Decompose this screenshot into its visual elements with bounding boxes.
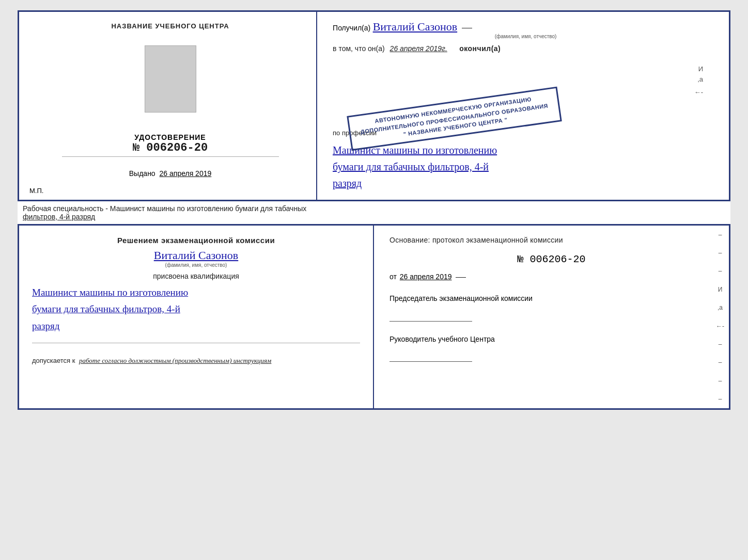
basis-label: Основание: протокол экзаменационной коми… [389, 236, 713, 244]
finished-label: окончил(а) [459, 44, 501, 53]
received-prefix: Получил(а) [333, 24, 370, 32]
arrow-decoration: ←- [694, 88, 703, 96]
top-certificate: НАЗВАНИЕ УЧЕБНОГО ЦЕНТРА УДОСТОВЕРЕНИЕ №… [18, 10, 730, 201]
separator [62, 156, 279, 157]
person-name: Виталий Сазонов [32, 249, 360, 262]
label-bar-underline: фильтров, 4-й разряд [23, 213, 95, 221]
photo-placeholder [145, 45, 196, 113]
director-label: Руководитель учебного Центра [389, 334, 713, 345]
protocol-date: от 26 апреля 2019 [389, 273, 713, 281]
person-name-area: Виталий Сазонов (фамилия, имя, отчество) [32, 249, 360, 268]
label-bar-normal: Рабочая специальность - Машинист машины … [23, 204, 306, 213]
date-value: 26 апреля 2019 [400, 273, 452, 281]
deco-a: ,а [718, 304, 723, 311]
profession-line3: разряд [333, 175, 719, 191]
chairman-label: Председатель экзаменационной комиссии [389, 294, 713, 304]
date-prefix: от [389, 273, 397, 281]
a-decoration: ,а [697, 75, 703, 83]
qual-line1: Машинист машины по изготовлению [32, 284, 360, 301]
deco-1: – [719, 231, 722, 238]
recipient-name: Виталий Сазонов [373, 20, 457, 33]
qualification-text: Машинист машины по изготовлению бумаги д… [32, 284, 360, 334]
profession-text: Машинист машины по изготовлению бумаги д… [333, 142, 719, 191]
fio-subtitle-bottom: (фамилия, имя, отчество) [32, 262, 360, 268]
in-that-line: в том, что он(а) 26 апреля 2019г. окончи… [333, 44, 719, 53]
issued-label: Выдано [129, 169, 155, 178]
training-center-title: НАЗВАНИЕ УЧЕБНОГО ЦЕНТРА [111, 22, 229, 30]
document-label: УДОСТОВЕРЕНИЕ [134, 133, 206, 141]
in-that-prefix: в том, что он(а) [333, 44, 385, 53]
mp-label: М.П. [29, 187, 43, 195]
chairman-signature-line [389, 311, 472, 322]
date-handwritten: 26 апреля 2019г. [390, 44, 447, 53]
allowed-text: работе согласно должностным (производств… [79, 357, 271, 364]
commission-title: Решением экзаменационной комиссии [32, 236, 360, 245]
dash-decoration [462, 28, 472, 28]
document-number: № 006206-20 [133, 141, 208, 154]
bottom-separator [32, 343, 360, 343]
stamp: АВТОНОМНУЮ НЕКОММЕРЧЕСКУЮ ОРГАНИЗАЦИЮ ДО… [347, 87, 562, 151]
profession-line2: бумаги для табачных фильтров, 4-й [333, 158, 719, 175]
deco-4: – [719, 341, 722, 348]
cert-left-panel: НАЗВАНИЕ УЧЕБНОГО ЦЕНТРА УДОСТОВЕРЕНИЕ №… [19, 12, 317, 200]
allowed-line: допускается к работе согласно должностны… [32, 357, 360, 365]
qual-line3: разряд [32, 318, 360, 334]
and-decoration: И [698, 65, 703, 73]
date-dash [456, 277, 466, 278]
deco-3: – [719, 267, 722, 275]
bottom-right-panel: Основание: протокол экзаменационной коми… [374, 226, 729, 408]
deco-2: – [719, 249, 722, 257]
deco-arrow: ←- [716, 323, 724, 330]
deco-7: – [719, 395, 722, 403]
label-bar: Рабочая специальность - Машинист машины … [18, 201, 730, 224]
cert-right-panel: Получил(а) Виталий Сазонов (фамилия, имя… [317, 12, 729, 200]
director-signature-line [389, 351, 472, 362]
protocol-number: № 006206-20 [389, 253, 713, 265]
bottom-left-panel: Решением экзаменационной комиссии Витали… [19, 226, 374, 408]
issued-date: 26 апреля 2019 [160, 169, 212, 178]
fio-subtitle: (фамилия, имя, отчество) [333, 34, 719, 39]
qualification-label: присвоена квалификация [32, 272, 360, 280]
issued-line: Выдано 26 апреля 2019 [129, 169, 212, 178]
bottom-certificate: Решением экзаменационной комиссии Витали… [18, 224, 730, 410]
deco-5: – [719, 359, 722, 366]
allowed-prefix: допускается к [32, 357, 75, 364]
received-line: Получил(а) Виталий Сазонов (фамилия, имя… [333, 20, 719, 39]
qual-line2: бумаги для табачных фильтров, 4-й [32, 301, 360, 317]
right-decorations: – – – И ,а ←- – – – – [715, 226, 725, 408]
deco-6: – [719, 377, 722, 385]
deco-i: И [718, 286, 723, 293]
